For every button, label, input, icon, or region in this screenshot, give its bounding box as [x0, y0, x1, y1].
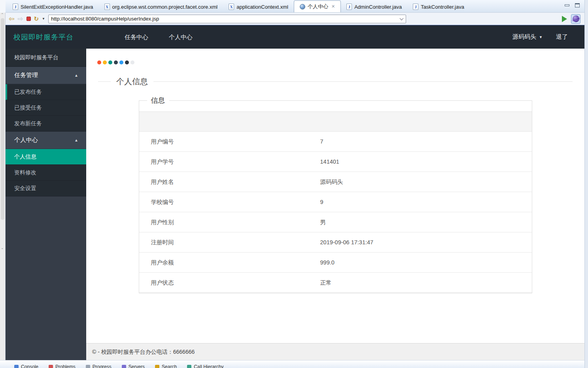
table-header-row	[139, 112, 532, 132]
toolbar-dropdown-icon[interactable]: ▼	[42, 17, 45, 21]
sidebar-group-personal-center[interactable]: 个人中心 ▲	[6, 132, 86, 149]
sidebar-item-published-tasks[interactable]: 已发布任务	[6, 84, 86, 100]
problems-icon	[49, 365, 53, 368]
row-label: 学校编号	[139, 192, 320, 212]
url-bar	[48, 15, 406, 23]
dot	[125, 60, 129, 64]
back-icon[interactable]: ⇦	[9, 15, 14, 22]
editor-tab[interactable]: J SilentExitExceptionHandler.java	[7, 1, 99, 12]
browser-viewport: 校园即时服务平台 任务中心 个人中心 源码码头 ▼ 退了 校园即时服务平台 任务…	[6, 25, 584, 360]
sidebar-group-task-management[interactable]: 任务管理 ▲	[6, 67, 86, 84]
editor-tab-label: AdminController.java	[354, 4, 402, 10]
dot	[108, 60, 112, 64]
row-value: 9	[320, 192, 532, 212]
view-tab-problems[interactable]: Problems	[49, 364, 76, 368]
sphere-icon	[573, 15, 579, 22]
servers-icon	[122, 365, 126, 368]
browser-toolbar: ⇦ ⇨ ↻ ▼	[6, 13, 584, 25]
sidebar-item-label: 校园即时服务平台	[14, 54, 59, 61]
view-tab-call-hierarchy[interactable]: Call Hierarchy	[187, 364, 223, 368]
view-tab-servers[interactable]: Servers	[122, 364, 145, 368]
java-file-icon: J	[413, 4, 418, 10]
search-icon	[155, 365, 159, 368]
info-panel-legend: 信息	[147, 96, 169, 105]
caret-up-icon: ▲	[74, 73, 78, 77]
stop-icon[interactable]	[26, 17, 31, 21]
editor-tab-bar: J SilentExitExceptionHandler.java X org.…	[6, 0, 584, 13]
xml-file-icon: X	[104, 4, 110, 10]
editor-tab[interactable]: J TaskController.java	[407, 1, 470, 12]
scroll-up-icon[interactable]: ⌃	[1, 13, 4, 17]
sidebar-item-label: 已接受任务	[14, 104, 42, 111]
page-title: 个人信息	[116, 76, 148, 87]
site-brand[interactable]: 校园即时服务平台	[13, 32, 74, 42]
table-row: 用户余额 999.0	[139, 253, 532, 273]
table-row: 用户学号 141401	[139, 152, 532, 172]
view-tab-label: Console	[21, 364, 38, 368]
sidebar-item-label: 个人信息	[14, 153, 36, 160]
run-icon[interactable]	[562, 16, 567, 22]
editor-tab-label: applicationContext.xml	[236, 4, 288, 10]
view-controls	[565, 3, 580, 8]
toolbar-right	[562, 14, 584, 24]
bottom-view-tabs-strip: Console Problems Progress Servers Search…	[0, 360, 584, 368]
heading-divider	[153, 81, 573, 82]
dot	[103, 60, 107, 64]
view-tab-label: Call Hierarchy	[194, 364, 223, 368]
row-value: 7	[320, 132, 532, 152]
caret-down-icon: ▼	[539, 35, 543, 39]
row-label: 注册时间	[139, 232, 320, 253]
main-content: 个人信息 信息 用户编号 7	[86, 49, 584, 360]
sidebar-item-security-settings[interactable]: 安全设置	[6, 181, 86, 196]
navbar-right: 源码码头 ▼ 退了	[512, 33, 568, 41]
sidebar-item-accepted-tasks[interactable]: 已接受任务	[6, 100, 86, 116]
info-table: 用户编号 7 用户学号 141401 用户姓名 源码码头 学校编号	[139, 111, 532, 293]
view-tab-label: Search	[162, 364, 177, 368]
maximize-icon[interactable]	[575, 3, 580, 8]
forward-icon[interactable]: ⇨	[17, 15, 23, 22]
view-tab-progress[interactable]: Progress	[86, 364, 112, 368]
row-label: 用户学号	[139, 152, 320, 172]
sidebar: 校园即时服务平台 任务管理 ▲ 已发布任务 已接受任务 发布新任务 个人中心 ▲	[6, 49, 86, 360]
sidebar-filler	[6, 196, 86, 360]
sidebar-item-label: 任务管理	[14, 72, 38, 79]
sidebar-item-edit-profile[interactable]: 资料修改	[6, 165, 86, 181]
sidebar-item-new-task[interactable]: 发布新任务	[6, 116, 86, 132]
scroll-down-icon[interactable]: ⌄	[1, 246, 4, 250]
table-header-cell	[320, 112, 532, 132]
bottom-view-tabs: Console Problems Progress Servers Search…	[14, 364, 223, 368]
editor-tab[interactable]: X org.eclipse.wst.common.project.facet.c…	[99, 1, 223, 12]
view-tab-console[interactable]: Console	[14, 364, 38, 368]
minimize-icon[interactable]	[565, 4, 569, 6]
caret-up-icon: ▲	[74, 138, 78, 142]
nav-link-task-center[interactable]: 任务中心	[114, 25, 159, 49]
refresh-icon[interactable]: ↻	[34, 15, 39, 23]
sidebar-item-personal-info[interactable]: 个人信息	[6, 149, 86, 165]
editor-tab[interactable]: J AdminController.java	[341, 1, 407, 12]
row-label: 用户性别	[139, 212, 320, 232]
view-tab-search[interactable]: Search	[155, 364, 177, 368]
editor-tab-label: 个人中心	[308, 3, 328, 10]
left-collapsed-panel-strip[interactable]: ⌃ ⌄	[0, 13, 6, 363]
java-file-icon: J	[13, 4, 18, 10]
dot	[114, 60, 118, 64]
close-icon[interactable]: ✕	[331, 4, 335, 9]
user-menu[interactable]: 源码码头 ▼	[512, 33, 543, 41]
view-tab-label: Servers	[129, 364, 145, 368]
scrollbar-thumb[interactable]	[1, 18, 4, 220]
globe-icon	[300, 4, 305, 9]
table-row: 用户姓名 源码码头	[139, 172, 532, 192]
internal-browser-icon[interactable]	[571, 14, 580, 24]
editor-tab-active[interactable]: 个人中心 ✕	[294, 0, 341, 12]
editor-tab-label: SilentExitExceptionHandler.java	[21, 4, 93, 10]
editor-tab[interactable]: X applicationContext.xml	[223, 1, 294, 12]
table-header-cell	[139, 112, 320, 132]
logout-link[interactable]: 退了	[556, 33, 568, 41]
nav-link-personal-center[interactable]: 个人中心	[159, 25, 203, 49]
table-row: 学校编号 9	[139, 192, 532, 212]
row-value: 2019-09-06 17:31:47	[320, 232, 532, 253]
row-label: 用户状态	[139, 273, 320, 293]
sidebar-item-platform-title[interactable]: 校园即时服务平台	[6, 49, 86, 67]
url-input[interactable]	[48, 15, 406, 23]
row-label: 用户余额	[139, 253, 320, 273]
